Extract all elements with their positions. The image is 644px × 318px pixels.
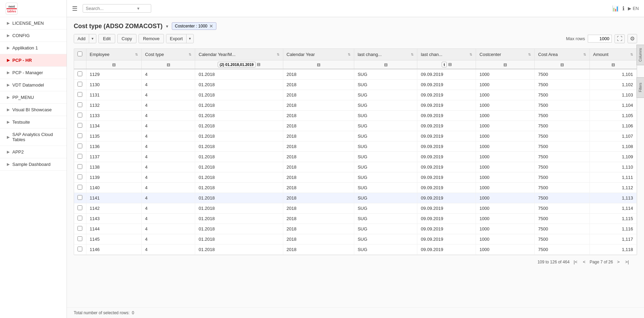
export-button-split[interactable]: Export ▾ xyxy=(166,34,194,43)
table-row[interactable]: 1137 4 01.2018 2018 SUG 09.09.2019 1000 … xyxy=(74,152,637,162)
sort-cost-type-icon[interactable]: ⇅ xyxy=(189,53,191,56)
sidebar-item-applikation-1[interactable]: ▶Applikation 1 xyxy=(0,42,67,54)
sort-cost-area-icon[interactable]: ⇅ xyxy=(583,53,586,56)
sidebar-item-testsuite[interactable]: ▶Testsuite xyxy=(0,116,67,128)
language-button[interactable]: ▶ EN xyxy=(628,6,639,11)
filter-last-changed-on-icon[interactable]: ⊟ xyxy=(448,62,452,67)
row-checkbox-5[interactable] xyxy=(77,123,82,128)
td-checkbox-2[interactable] xyxy=(74,90,86,100)
table-row[interactable]: 1132 4 01.2018 2018 SUG 09.09.2019 1000 … xyxy=(74,100,637,111)
edit-button[interactable]: Edit xyxy=(98,34,115,43)
row-checkbox-13[interactable] xyxy=(77,205,82,210)
last-page-button[interactable]: >| xyxy=(624,259,630,265)
filter-amount-icon[interactable]: ⊟ xyxy=(611,63,615,67)
td-checkbox-10[interactable] xyxy=(74,172,86,183)
td-checkbox-13[interactable] xyxy=(74,203,86,214)
next-page-button[interactable]: > xyxy=(616,259,621,265)
table-row[interactable]: 1131 4 01.2018 2018 SUG 09.09.2019 1000 … xyxy=(74,90,637,100)
sort-calendar-year-month-icon[interactable]: ⇅ xyxy=(277,53,279,56)
filter-costcenter-icon[interactable]: ⊟ xyxy=(503,63,507,67)
filter-cost-area-icon[interactable]: ⊟ xyxy=(560,63,564,67)
settings-icon[interactable]: ⚙ xyxy=(628,34,637,43)
row-checkbox-0[interactable] xyxy=(77,71,82,76)
filter-last-changed-by-icon[interactable]: ⊟ xyxy=(384,63,387,67)
td-checkbox-4[interactable] xyxy=(74,111,86,121)
columns-panel-tab[interactable]: Columns xyxy=(636,45,644,65)
search-input[interactable] xyxy=(86,6,137,11)
table-row[interactable]: 1130 4 01.2018 2018 SUG 09.09.2019 1000 … xyxy=(74,80,637,90)
row-checkbox-9[interactable] xyxy=(77,164,82,169)
row-checkbox-12[interactable] xyxy=(77,195,82,200)
row-checkbox-17[interactable] xyxy=(77,247,82,251)
td-checkbox-1[interactable] xyxy=(74,80,86,90)
filter-last-changed-on-chip[interactable]: t xyxy=(442,62,447,67)
td-checkbox-5[interactable] xyxy=(74,121,86,131)
table-row[interactable]: 1139 4 01.2018 2018 SUG 09.09.2019 1000 … xyxy=(74,172,637,183)
filter-badge-close[interactable]: ✕ xyxy=(209,23,213,29)
sidebar-item-visual-bi-showcase[interactable]: ▶Visual BI Showcase xyxy=(0,104,67,116)
row-checkbox-15[interactable] xyxy=(77,226,82,231)
table-row[interactable]: 1133 4 01.2018 2018 SUG 09.09.2019 1000 … xyxy=(74,111,637,121)
row-checkbox-6[interactable] xyxy=(77,133,82,138)
table-row[interactable]: 1134 4 01.2018 2018 SUG 09.09.2019 1000 … xyxy=(74,121,637,131)
sort-costcenter-icon[interactable]: ⇅ xyxy=(528,53,531,56)
sidebar-item-sample-dashboard[interactable]: ▶Sample Dashboard xyxy=(0,158,67,171)
td-checkbox-17[interactable] xyxy=(74,245,86,255)
row-checkbox-4[interactable] xyxy=(77,113,82,117)
filter-calendar-year-month-icon[interactable]: ⊟ xyxy=(257,62,260,67)
td-checkbox-16[interactable] xyxy=(74,234,86,245)
prev-page-button[interactable]: < xyxy=(582,259,587,265)
table-row[interactable]: 1142 4 01.2018 2018 SUG 09.09.2019 1000 … xyxy=(74,203,637,214)
row-checkbox-7[interactable] xyxy=(77,144,82,148)
td-checkbox-9[interactable] xyxy=(74,162,86,172)
sort-employee-icon[interactable]: ⇅ xyxy=(135,53,138,56)
td-checkbox-6[interactable] xyxy=(74,131,86,141)
td-checkbox-14[interactable] xyxy=(74,214,86,224)
add-dropdown-arrow[interactable]: ▾ xyxy=(89,35,96,43)
sidebar-item-vdt-datamodel[interactable]: ▶VDT Datamodel xyxy=(0,79,67,91)
search-dropdown-icon[interactable]: ▾ xyxy=(137,6,140,11)
table-row[interactable]: 1129 4 01.2018 2018 SUG 09.09.2019 1000 … xyxy=(74,69,637,80)
copy-button[interactable]: Copy xyxy=(117,34,136,43)
filter-employee-icon[interactable]: ⊟ xyxy=(112,63,116,67)
row-checkbox-10[interactable] xyxy=(77,174,82,179)
table-row[interactable]: 1138 4 01.2018 2018 SUG 09.09.2019 1000 … xyxy=(74,162,637,172)
sort-amount-icon[interactable]: ⇅ xyxy=(630,53,633,56)
sidebar-item-app2[interactable]: ▶APP2 xyxy=(0,146,67,158)
first-page-button[interactable]: |< xyxy=(572,259,579,265)
sort-last-changed-on-icon[interactable]: ⇅ xyxy=(469,53,472,56)
row-checkbox-1[interactable] xyxy=(77,82,82,87)
max-rows-input[interactable] xyxy=(588,35,612,43)
table-row[interactable]: 1141 4 01.2018 2018 SUG 09.09.2019 1000 … xyxy=(74,193,637,203)
td-checkbox-12[interactable] xyxy=(74,193,86,203)
sidebar-item-pcp-hr[interactable]: ▶PCP - HR xyxy=(0,54,67,67)
sidebar-item-pp-menu[interactable]: ▶PP_MENU xyxy=(0,91,67,104)
filter-calendar-year-month-chip[interactable]: (2) 01.2018,01.2019 xyxy=(218,62,256,67)
select-all-checkbox[interactable] xyxy=(77,52,82,56)
table-row[interactable]: 1140 4 01.2018 2018 SUG 09.09.2019 1000 … xyxy=(74,183,637,193)
remove-button[interactable]: Remove xyxy=(139,34,164,43)
table-row[interactable]: 1145 4 01.2018 2018 SUG 09.09.2019 1000 … xyxy=(74,234,637,245)
table-row[interactable]: 1143 4 01.2018 2018 SUG 09.09.2019 1000 … xyxy=(74,214,637,224)
export-dropdown-arrow[interactable]: ▾ xyxy=(187,35,193,43)
row-checkbox-3[interactable] xyxy=(77,102,82,107)
export-button[interactable]: Export xyxy=(166,34,187,43)
table-row[interactable]: 1135 4 01.2018 2018 SUG 09.09.2019 1000 … xyxy=(74,131,637,141)
table-row[interactable]: 1144 4 01.2018 2018 SUG 09.09.2019 1000 … xyxy=(74,224,637,234)
chart-icon[interactable]: 📊 xyxy=(612,5,619,12)
row-checkbox-14[interactable] xyxy=(77,216,82,220)
filter-cost-type-icon[interactable]: ⊟ xyxy=(167,63,170,67)
add-button-split[interactable]: Add ▾ xyxy=(74,34,96,43)
info-icon[interactable]: ℹ xyxy=(622,5,624,12)
sort-calendar-year-icon[interactable]: ⇅ xyxy=(348,53,350,56)
filters-panel-tab[interactable]: Filters xyxy=(636,77,644,98)
add-button[interactable]: Add xyxy=(74,34,89,43)
row-checkbox-8[interactable] xyxy=(77,154,82,159)
td-checkbox-3[interactable] xyxy=(74,100,86,111)
hamburger-icon[interactable]: ☰ xyxy=(72,5,77,12)
row-checkbox-11[interactable] xyxy=(77,185,82,190)
table-row[interactable]: 1146 4 01.2018 2018 SUG 09.09.2019 1000 … xyxy=(74,245,637,255)
filter-calendar-year-icon[interactable]: ⊟ xyxy=(317,63,320,67)
sidebar-item-pcp-manager[interactable]: ▶PCP - Manager xyxy=(0,67,67,79)
row-checkbox-16[interactable] xyxy=(77,236,82,241)
